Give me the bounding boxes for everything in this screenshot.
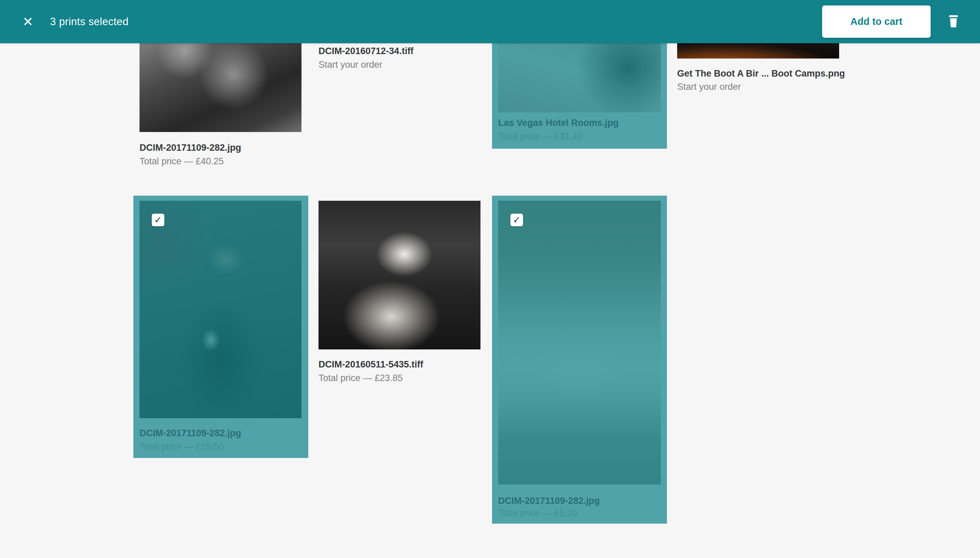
print-filename: DCIM-20171109-282.jpg — [140, 427, 241, 439]
print-status: Start your order — [677, 81, 741, 92]
print-photo[interactable] — [318, 201, 481, 350]
selection-action-bar: ✕ 3 prints selected Add to cart — [0, 0, 980, 43]
print-price: Total price — £31.40 — [498, 131, 583, 142]
add-to-cart-button[interactable]: Add to cart — [822, 5, 931, 38]
print-photo[interactable] — [498, 201, 661, 484]
print-filename: DCIM-20160511-5435.tiff — [318, 359, 423, 370]
print-photo[interactable] — [140, 201, 302, 418]
print-filename: Las Vegas Hotel Rooms.jpg — [498, 117, 619, 129]
print-price: Total price — £5.20 — [498, 507, 578, 519]
print-filename: Get The Boot A Bir ... Boot Camps.png — [677, 68, 845, 79]
selected-checkbox[interactable]: ✓ — [511, 214, 523, 226]
print-photo[interactable] — [677, 43, 839, 59]
print-filename: DCIM-20160712-34.tiff — [318, 45, 414, 57]
print-photo[interactable] — [140, 43, 302, 132]
photo-prints-page: ✕ 3 prints selected Add to cart DCIM-201… — [0, 0, 980, 558]
print-price: Total price — £19.50 — [140, 441, 224, 453]
print-filename: DCIM-20171109-282.jpg — [140, 142, 241, 153]
close-icon: ✕ — [23, 14, 33, 29]
print-price: Total price — £23.85 — [318, 372, 403, 384]
checkmark-icon: ✓ — [513, 214, 520, 226]
delete-selected-button[interactable] — [944, 11, 963, 32]
print-filename: DCIM-20171109-282.jpg — [498, 495, 600, 507]
print-status: Start your order — [318, 59, 382, 71]
selection-count-label: 3 prints selected — [50, 0, 129, 43]
close-selection-button[interactable]: ✕ — [18, 0, 38, 43]
checkmark-icon: ✓ — [154, 214, 162, 226]
print-price: Total price — £40.25 — [140, 156, 224, 167]
selected-checkbox[interactable]: ✓ — [152, 214, 164, 226]
trash-icon — [947, 13, 960, 30]
print-photo[interactable] — [498, 43, 661, 112]
